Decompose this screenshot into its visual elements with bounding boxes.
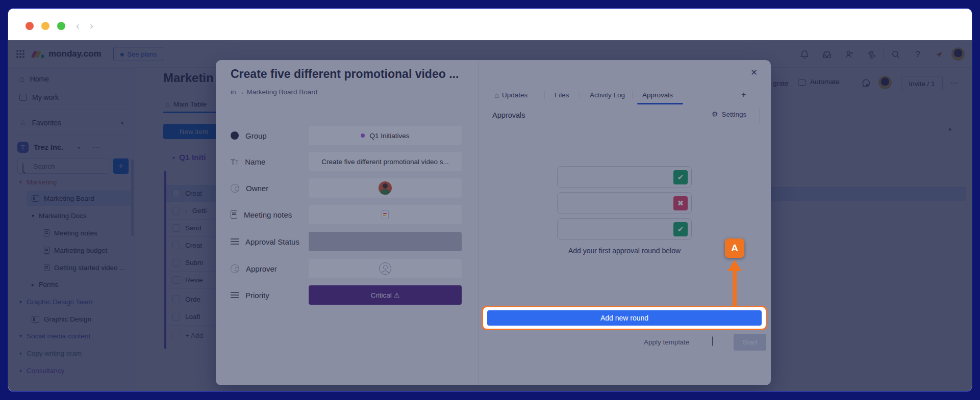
browser-chrome: ‹ › xyxy=(8,9,972,40)
close-window-button[interactable] xyxy=(26,22,34,30)
minimize-window-button[interactable] xyxy=(41,22,49,30)
monday-app: monday.com ◆ See plans ? xyxy=(8,40,972,391)
back-icon[interactable]: ‹ xyxy=(76,20,80,32)
tutorial-dim-overlay xyxy=(8,40,972,391)
maximize-window-button[interactable] xyxy=(57,22,65,30)
browser-window: ‹ › monday.com ◆ See plans xyxy=(8,9,972,391)
forward-icon[interactable]: › xyxy=(90,20,93,32)
